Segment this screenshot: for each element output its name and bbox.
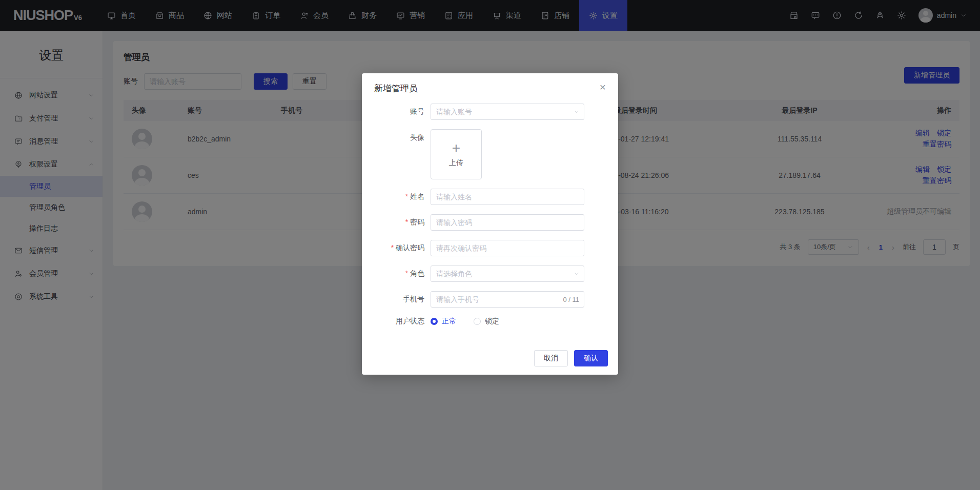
avatar-field-label: 头像	[374, 133, 424, 142]
status-radio-normal[interactable]: 正常	[431, 317, 456, 326]
modal-title: 新增管理员	[374, 83, 418, 94]
status-radio-locked[interactable]: 锁定	[474, 317, 499, 326]
phone-field-label: 手机号	[374, 295, 424, 304]
password-field-label: 密码	[374, 218, 424, 227]
form-row-password: 密码	[374, 214, 606, 231]
modal-footer: 取消 确认	[534, 350, 608, 366]
form-row-phone: 手机号 0 / 11	[374, 291, 606, 308]
form-row-name: 姓名	[374, 189, 606, 205]
role-field-label: 角色	[374, 269, 424, 278]
name-input[interactable]	[431, 189, 584, 205]
role-select[interactable]	[431, 266, 584, 282]
phone-char-counter: 0 / 11	[563, 296, 579, 303]
password-input[interactable]	[431, 214, 584, 231]
chevron-down-icon	[574, 109, 580, 115]
form-row-confirm-password: 确认密码	[374, 240, 606, 256]
status-field-label: 用户状态	[374, 317, 424, 326]
close-icon[interactable]: ×	[600, 81, 606, 92]
confirm-password-field-label: 确认密码	[374, 243, 424, 253]
form-row-status: 用户状态 正常 锁定	[374, 317, 606, 326]
cancel-button[interactable]: 取消	[534, 350, 568, 366]
status-radio-group: 正常 锁定	[431, 317, 499, 326]
confirm-button[interactable]: 确认	[574, 350, 608, 366]
form-row-role: 角色	[374, 266, 606, 282]
radio-dot-icon	[431, 318, 438, 325]
radio-label-normal: 正常	[442, 317, 456, 326]
modal-header: 新增管理员 ×	[374, 83, 606, 94]
radio-dot-icon	[474, 318, 481, 325]
add-admin-form: 账号 头像 + 上传 姓名 密码 确认密码	[374, 104, 606, 326]
upload-label: 上传	[449, 158, 463, 168]
add-admin-modal: 新增管理员 × 账号 头像 + 上传 姓名 密码	[362, 73, 618, 375]
account-field-label: 账号	[374, 107, 424, 116]
confirm-password-input[interactable]	[431, 240, 584, 256]
radio-label-locked: 锁定	[485, 317, 499, 326]
form-row-avatar: 头像 + 上传	[374, 129, 606, 179]
name-field-label: 姓名	[374, 192, 424, 201]
plus-icon: +	[452, 141, 460, 155]
form-row-account: 账号	[374, 104, 606, 120]
avatar-upload-box[interactable]: + 上传	[431, 129, 482, 179]
account-select[interactable]	[431, 104, 584, 120]
chevron-down-icon	[574, 271, 580, 277]
role-select-input[interactable]	[431, 266, 584, 282]
account-select-input[interactable]	[431, 104, 584, 120]
phone-input[interactable]	[431, 291, 584, 308]
